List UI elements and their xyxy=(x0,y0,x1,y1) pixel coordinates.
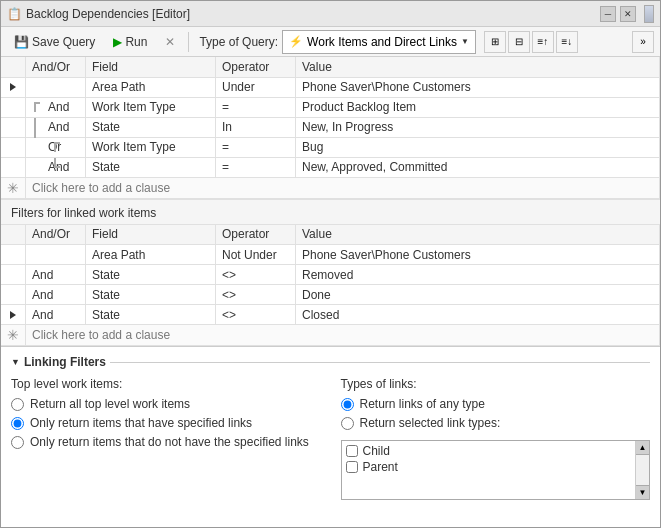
links-list-box[interactable]: Child Parent ▲ ▼ xyxy=(341,440,651,500)
save-icon: 💾 xyxy=(14,35,29,49)
checkbox-parent[interactable]: Parent xyxy=(344,459,648,475)
row-arrow-cell xyxy=(1,137,26,157)
query-type-dropdown[interactable]: ⚡ Work Items and Direct Links ▼ xyxy=(282,30,476,54)
extra-buttons: ⊞ ⊟ ≡↑ ≡↓ xyxy=(484,31,578,53)
cell-operator[interactable]: Under xyxy=(216,77,296,97)
checkbox-child[interactable]: Child xyxy=(344,443,648,459)
scroll-down-icon: ▼ xyxy=(639,488,647,497)
radio-ropt1-label: Return links of any type xyxy=(360,397,485,411)
cell-value[interactable]: Bug xyxy=(296,137,660,157)
fcell-operator[interactable]: <> xyxy=(216,305,296,325)
fcell-field[interactable]: State xyxy=(86,265,216,285)
close-button[interactable]: ✕ xyxy=(620,6,636,22)
list-scrollbar[interactable]: ▲ ▼ xyxy=(635,441,649,499)
table-row[interactable]: And State <> Removed xyxy=(1,265,660,285)
run-button[interactable]: ▶ Run xyxy=(106,30,154,54)
cancel-button[interactable]: ✕ xyxy=(158,30,182,54)
cell-operator[interactable]: = xyxy=(216,97,296,117)
linking-option-1[interactable]: Return all top level work items xyxy=(11,397,321,411)
fheader-arrow-col xyxy=(1,225,26,245)
fcell-value[interactable]: Phone Saver\Phone Customers xyxy=(296,245,660,265)
fcell-field[interactable]: State xyxy=(86,305,216,325)
cell-operator[interactable]: In xyxy=(216,117,296,137)
fcell-field[interactable]: Area Path xyxy=(86,245,216,265)
fcell-value[interactable]: Done xyxy=(296,285,660,305)
cell-operator[interactable]: = xyxy=(216,137,296,157)
filters-add-clause-row[interactable]: ✳ Click here to add a clause xyxy=(1,325,660,346)
cell-andor-text: And xyxy=(32,160,69,174)
add-clause-text[interactable]: Click here to add a clause xyxy=(26,177,660,198)
table-row[interactable]: Area Path Under Phone Saver\Phone Custom… xyxy=(1,77,660,97)
linking-option-2[interactable]: Only return items that have specified li… xyxy=(11,416,321,430)
link-types-container: Child Parent ▲ ▼ xyxy=(341,434,651,500)
cell-value[interactable]: Phone Saver\Phone Customers xyxy=(296,77,660,97)
cell-andor[interactable]: And xyxy=(26,157,86,177)
cell-value[interactable]: New, Approved, Committed xyxy=(296,157,660,177)
fcell-andor[interactable] xyxy=(26,245,86,265)
table-row[interactable]: And State <> Closed xyxy=(1,305,660,325)
linking-collapse-icon[interactable]: ▼ xyxy=(11,357,20,367)
header-value: Value xyxy=(296,57,660,77)
cell-field[interactable]: Area Path xyxy=(86,77,216,97)
save-query-button[interactable]: 💾 Save Query xyxy=(7,30,102,54)
radio-ropt2-label: Return selected link types: xyxy=(360,416,501,430)
linking-right-option-1[interactable]: Return links of any type xyxy=(341,397,651,411)
radio-opt3[interactable] xyxy=(11,436,24,449)
linking-right-label: Types of links: xyxy=(341,377,651,391)
linking-option-3[interactable]: Only return items that do not have the s… xyxy=(11,435,321,449)
cell-operator[interactable]: = xyxy=(216,157,296,177)
linking-right-option-2[interactable]: Return selected link types: xyxy=(341,416,651,430)
scroll-up-btn[interactable]: ▲ xyxy=(636,441,649,455)
cell-field[interactable]: Work Item Type xyxy=(86,97,216,117)
radio-opt2-label: Only return items that have specified li… xyxy=(30,416,252,430)
cell-value[interactable]: Product Backlog Item xyxy=(296,97,660,117)
radio-ropt2[interactable] xyxy=(341,417,354,430)
fcell-operator[interactable]: <> xyxy=(216,285,296,305)
table-row[interactable]: And State <> Done xyxy=(1,285,660,305)
query-type-icon: ⚡ xyxy=(289,35,303,48)
fcell-andor[interactable]: And xyxy=(26,265,86,285)
fcell-operator[interactable]: Not Under xyxy=(216,245,296,265)
toolbar: 💾 Save Query ▶ Run ✕ Type of Query: ⚡ Wo… xyxy=(1,27,660,57)
scroll-down-btn[interactable]: ▼ xyxy=(636,485,649,499)
fcell-value[interactable]: Removed xyxy=(296,265,660,285)
add-clause-row[interactable]: ✳ Click here to add a clause xyxy=(1,177,660,198)
table-row[interactable]: And Work Item Type = Product Backlog Ite… xyxy=(1,97,660,117)
overflow-icon-btn[interactable]: » xyxy=(632,31,654,53)
cell-andor[interactable]: And xyxy=(26,97,86,117)
radio-opt1[interactable] xyxy=(11,398,24,411)
add-clause-icon-cell: ✳ xyxy=(1,177,26,198)
fcell-operator[interactable]: <> xyxy=(216,265,296,285)
cell-field[interactable]: State xyxy=(86,157,216,177)
table-row[interactable]: And State = New, Approved, Committed xyxy=(1,157,660,177)
fadd-clause-icon-cell: ✳ xyxy=(1,325,26,346)
checkbox-child-input[interactable] xyxy=(346,445,358,457)
fcell-field[interactable]: State xyxy=(86,285,216,305)
header-andor: And/Or xyxy=(26,57,86,77)
cell-andor[interactable]: And xyxy=(26,117,86,137)
cell-andor[interactable] xyxy=(26,77,86,97)
fadd-clause-text[interactable]: Click here to add a clause xyxy=(26,325,660,346)
columns-icon-btn[interactable]: ⊞ xyxy=(484,31,506,53)
checkbox-parent-input[interactable] xyxy=(346,461,358,473)
sort-asc-icon-btn[interactable]: ≡↑ xyxy=(532,31,554,53)
fheader-operator: Operator xyxy=(216,225,296,245)
radio-ropt1[interactable] xyxy=(341,398,354,411)
cancel-icon: ✕ xyxy=(165,35,175,49)
cell-andor[interactable]: Or xyxy=(26,137,86,157)
table-row[interactable]: Area Path Not Under Phone Saver\Phone Cu… xyxy=(1,245,660,265)
minimize-button[interactable]: ─ xyxy=(600,6,616,22)
table-row[interactable]: Or Work Item Type = Bug xyxy=(1,137,660,157)
fcell-value[interactable]: Closed xyxy=(296,305,660,325)
cell-field[interactable]: Work Item Type xyxy=(86,137,216,157)
filter-icon-btn[interactable]: ⊟ xyxy=(508,31,530,53)
fcell-andor[interactable]: And xyxy=(26,285,86,305)
sort-desc-icon-btn[interactable]: ≡↓ xyxy=(556,31,578,53)
table-row[interactable]: And State In New, In Progress xyxy=(1,117,660,137)
radio-opt2[interactable] xyxy=(11,417,24,430)
linking-content: Top level work items: Return all top lev… xyxy=(11,377,650,500)
window-title: Backlog Dependencies [Editor] xyxy=(26,7,596,21)
fcell-andor[interactable]: And xyxy=(26,305,86,325)
cell-value[interactable]: New, In Progress xyxy=(296,117,660,137)
cell-field[interactable]: State xyxy=(86,117,216,137)
